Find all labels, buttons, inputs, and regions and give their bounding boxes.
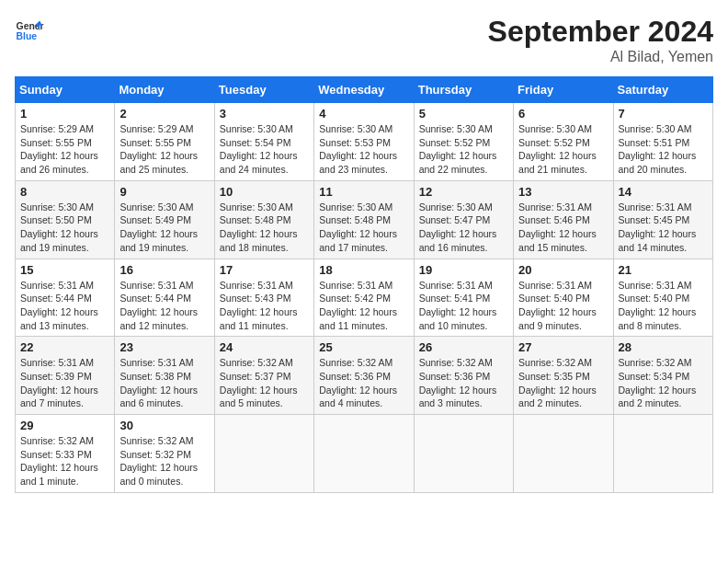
calendar-week-3: 15Sunrise: 5:31 AM Sunset: 5:44 PM Dayli… — [16, 259, 713, 337]
day-number: 4 — [319, 107, 408, 121]
day-detail: Sunrise: 5:31 AM Sunset: 5:41 PM Dayligh… — [419, 279, 508, 333]
day-number: 15 — [20, 263, 109, 277]
day-number: 1 — [20, 107, 109, 121]
day-detail: Sunrise: 5:31 AM Sunset: 5:44 PM Dayligh… — [20, 279, 109, 333]
calendar-cell: 16Sunrise: 5:31 AM Sunset: 5:44 PM Dayli… — [115, 259, 214, 337]
day-detail: Sunrise: 5:30 AM Sunset: 5:54 PM Dayligh… — [220, 122, 309, 177]
calendar-cell: 24Sunrise: 5:32 AM Sunset: 5:37 PM Dayli… — [214, 337, 313, 415]
calendar-cell — [514, 415, 613, 493]
calendar-week-4: 22Sunrise: 5:31 AM Sunset: 5:39 PM Dayli… — [16, 337, 713, 415]
day-detail: Sunrise: 5:30 AM Sunset: 5:52 PM Dayligh… — [518, 122, 608, 177]
day-number: 25 — [319, 340, 408, 354]
calendar-cell: 9Sunrise: 5:30 AM Sunset: 5:49 PM Daylig… — [115, 180, 214, 259]
day-number: 19 — [419, 263, 508, 277]
day-detail: Sunrise: 5:29 AM Sunset: 5:55 PM Dayligh… — [119, 122, 209, 177]
calendar-cell: 29Sunrise: 5:32 AM Sunset: 5:33 PM Dayli… — [16, 415, 115, 493]
day-detail: Sunrise: 5:32 AM Sunset: 5:35 PM Dayligh… — [518, 356, 608, 410]
day-detail: Sunrise: 5:32 AM Sunset: 5:36 PM Dayligh… — [419, 356, 508, 410]
calendar-cell: 2Sunrise: 5:29 AM Sunset: 5:55 PM Daylig… — [115, 103, 214, 181]
col-header-saturday: Saturday — [613, 77, 712, 103]
calendar-cell: 4Sunrise: 5:30 AM Sunset: 5:53 PM Daylig… — [314, 103, 414, 181]
calendar-cell: 3Sunrise: 5:30 AM Sunset: 5:54 PM Daylig… — [214, 103, 313, 181]
calendar-cell: 17Sunrise: 5:31 AM Sunset: 5:43 PM Dayli… — [214, 259, 313, 337]
day-number: 24 — [220, 340, 309, 354]
day-number: 30 — [119, 419, 209, 432]
day-number: 17 — [220, 263, 309, 277]
calendar-cell: 15Sunrise: 5:31 AM Sunset: 5:44 PM Dayli… — [16, 259, 115, 337]
calendar-week-1: 1Sunrise: 5:29 AM Sunset: 5:55 PM Daylig… — [16, 103, 713, 181]
calendar-cell: 25Sunrise: 5:32 AM Sunset: 5:36 PM Dayli… — [314, 337, 414, 415]
calendar-header-row: SundayMondayTuesdayWednesdayThursdayFrid… — [16, 77, 713, 103]
day-detail: Sunrise: 5:30 AM Sunset: 5:52 PM Dayligh… — [419, 122, 508, 177]
day-detail: Sunrise: 5:30 AM Sunset: 5:50 PM Dayligh… — [20, 201, 109, 255]
day-number: 9 — [119, 185, 209, 199]
calendar-cell: 14Sunrise: 5:31 AM Sunset: 5:45 PM Dayli… — [613, 180, 712, 259]
calendar-cell: 27Sunrise: 5:32 AM Sunset: 5:35 PM Dayli… — [514, 337, 613, 415]
calendar-cell: 19Sunrise: 5:31 AM Sunset: 5:41 PM Dayli… — [414, 259, 513, 337]
day-detail: Sunrise: 5:31 AM Sunset: 5:43 PM Dayligh… — [220, 279, 309, 333]
day-number: 21 — [619, 263, 708, 277]
day-number: 29 — [20, 419, 109, 432]
day-number: 23 — [119, 340, 209, 354]
calendar-cell: 20Sunrise: 5:31 AM Sunset: 5:40 PM Dayli… — [514, 259, 613, 337]
day-number: 12 — [419, 185, 508, 199]
day-number: 18 — [319, 263, 408, 277]
calendar-cell: 8Sunrise: 5:30 AM Sunset: 5:50 PM Daylig… — [16, 180, 115, 259]
calendar-cell: 10Sunrise: 5:30 AM Sunset: 5:48 PM Dayli… — [214, 180, 313, 259]
col-header-tuesday: Tuesday — [214, 77, 313, 103]
calendar-cell — [414, 415, 513, 493]
day-detail: Sunrise: 5:32 AM Sunset: 5:32 PM Dayligh… — [119, 434, 209, 488]
calendar-cell — [214, 415, 313, 493]
page-header: General Blue September 2024 Al Bilad, Ye… — [15, 15, 713, 65]
calendar-cell — [314, 415, 414, 493]
col-header-sunday: Sunday — [16, 77, 115, 103]
day-detail: Sunrise: 5:31 AM Sunset: 5:39 PM Dayligh… — [20, 356, 109, 410]
calendar-cell: 26Sunrise: 5:32 AM Sunset: 5:36 PM Dayli… — [414, 337, 513, 415]
calendar-week-2: 8Sunrise: 5:30 AM Sunset: 5:50 PM Daylig… — [16, 180, 713, 259]
day-detail: Sunrise: 5:30 AM Sunset: 5:53 PM Dayligh… — [319, 122, 408, 177]
day-detail: Sunrise: 5:31 AM Sunset: 5:40 PM Dayligh… — [518, 279, 608, 333]
month-info: September 2024 Al Bilad, Yemen — [488, 15, 713, 65]
day-number: 7 — [619, 107, 708, 121]
calendar-cell: 11Sunrise: 5:30 AM Sunset: 5:48 PM Dayli… — [314, 180, 414, 259]
day-number: 5 — [419, 107, 508, 121]
day-number: 2 — [119, 107, 209, 121]
location: Al Bilad, Yemen — [488, 49, 713, 65]
day-number: 16 — [119, 263, 209, 277]
day-detail: Sunrise: 5:31 AM Sunset: 5:38 PM Dayligh… — [119, 356, 209, 410]
day-detail: Sunrise: 5:31 AM Sunset: 5:45 PM Dayligh… — [619, 201, 708, 255]
calendar-cell: 30Sunrise: 5:32 AM Sunset: 5:32 PM Dayli… — [115, 415, 214, 493]
day-number: 28 — [619, 340, 708, 354]
calendar-table: SundayMondayTuesdayWednesdayThursdayFrid… — [15, 76, 713, 493]
day-detail: Sunrise: 5:31 AM Sunset: 5:42 PM Dayligh… — [319, 279, 408, 333]
calendar-cell — [613, 415, 712, 493]
day-detail: Sunrise: 5:32 AM Sunset: 5:37 PM Dayligh… — [220, 356, 309, 410]
svg-text:Blue: Blue — [17, 31, 38, 41]
day-detail: Sunrise: 5:30 AM Sunset: 5:49 PM Dayligh… — [119, 201, 209, 255]
calendar-cell: 13Sunrise: 5:31 AM Sunset: 5:46 PM Dayli… — [514, 180, 613, 259]
logo-icon: General Blue — [15, 15, 44, 44]
day-detail: Sunrise: 5:32 AM Sunset: 5:36 PM Dayligh… — [319, 356, 408, 410]
day-number: 26 — [419, 340, 508, 354]
day-number: 20 — [518, 263, 608, 277]
day-detail: Sunrise: 5:30 AM Sunset: 5:47 PM Dayligh… — [419, 201, 508, 255]
calendar-cell: 18Sunrise: 5:31 AM Sunset: 5:42 PM Dayli… — [314, 259, 414, 337]
calendar-cell: 6Sunrise: 5:30 AM Sunset: 5:52 PM Daylig… — [514, 103, 613, 181]
calendar-cell: 23Sunrise: 5:31 AM Sunset: 5:38 PM Dayli… — [115, 337, 214, 415]
month-title: September 2024 — [488, 15, 713, 49]
col-header-thursday: Thursday — [414, 77, 513, 103]
day-number: 13 — [518, 185, 608, 199]
day-detail: Sunrise: 5:32 AM Sunset: 5:33 PM Dayligh… — [20, 434, 109, 488]
calendar-cell: 7Sunrise: 5:30 AM Sunset: 5:51 PM Daylig… — [613, 103, 712, 181]
day-number: 22 — [20, 340, 109, 354]
day-number: 3 — [220, 107, 309, 121]
day-number: 8 — [20, 185, 109, 199]
day-detail: Sunrise: 5:30 AM Sunset: 5:51 PM Dayligh… — [619, 122, 708, 177]
day-detail: Sunrise: 5:32 AM Sunset: 5:34 PM Dayligh… — [619, 356, 708, 410]
day-detail: Sunrise: 5:31 AM Sunset: 5:44 PM Dayligh… — [119, 279, 209, 333]
day-number: 11 — [319, 185, 408, 199]
day-number: 6 — [518, 107, 608, 121]
day-detail: Sunrise: 5:29 AM Sunset: 5:55 PM Dayligh… — [20, 122, 109, 177]
day-detail: Sunrise: 5:30 AM Sunset: 5:48 PM Dayligh… — [319, 201, 408, 255]
logo: General Blue — [15, 15, 44, 44]
